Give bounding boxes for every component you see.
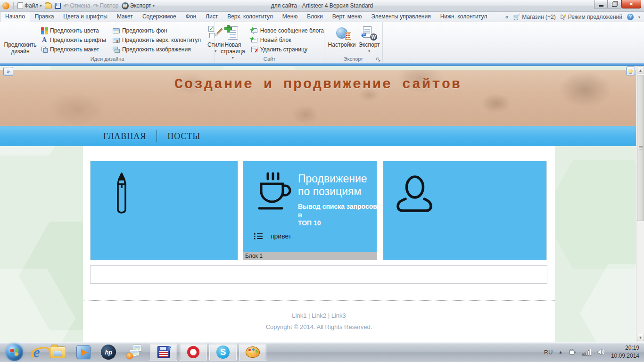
layout-icon	[41, 46, 48, 53]
tab-footer[interactable]: Нижн. колонтитул	[436, 12, 492, 22]
internet-explorer-icon[interactable]: e	[33, 345, 40, 359]
tab-controls[interactable]: Элементы управления	[366, 12, 435, 22]
group-export: Настройки ⇄W Экспорт ▾ Экспорт	[324, 22, 383, 63]
taskbar-app-floppy[interactable]: e	[150, 344, 177, 361]
site-nav-bar[interactable]: ГЛАВНАЯ ПОСТЫ	[0, 126, 636, 146]
undo-button[interactable]: ↶Отмена	[64, 2, 91, 9]
redo-icon: ↷	[93, 3, 99, 9]
tab-header[interactable]: Верх. колонтитул	[223, 12, 278, 22]
tab-layout[interactable]: Макет	[112, 12, 138, 22]
network-icon[interactable]	[582, 349, 591, 355]
floppy-e-icon: e	[157, 346, 170, 358]
redo-button[interactable]: ↷Повтор	[93, 2, 119, 9]
restore-button[interactable]	[608, 0, 621, 8]
suggestion-mode-button[interactable]: Режим предложений	[561, 14, 622, 20]
scrollbar-grip	[639, 146, 643, 150]
language-indicator[interactable]: RU	[544, 349, 553, 356]
tab-edit[interactable]: Правка	[30, 12, 59, 22]
tab-vertical-menu[interactable]: Верт. меню	[328, 12, 366, 22]
vertical-scrollbar[interactable]: ▲ ▼	[636, 66, 644, 342]
tab-background[interactable]: Фон	[181, 12, 201, 22]
settings-button[interactable]: Настройки	[327, 24, 356, 50]
card-promotion[interactable]: Продвижениепо позициям Вывод списка запр…	[243, 161, 377, 260]
site-title[interactable]: Создание и продвижение сайтов	[0, 76, 636, 92]
windows-explorer-icon[interactable]	[50, 346, 66, 358]
tab-home[interactable]: Начало	[0, 11, 30, 22]
delete-page-button[interactable]: ✗Удалить страницу	[251, 46, 324, 53]
list-item-text: привет	[271, 232, 291, 240]
chevron-down-icon[interactable]: ▾	[638, 15, 640, 19]
site-content-sheet[interactable]: Продвижениепо позициям Вывод списка запр…	[83, 146, 555, 342]
design-preview-canvas[interactable]: Создание и продвижение сайтов ГЛАВНАЯ ПО…	[0, 66, 644, 342]
lightbulb-icon	[628, 69, 633, 73]
hp-app-icon[interactable]: hp	[101, 345, 116, 360]
hidden-icons-button[interactable]: ▲	[559, 350, 563, 354]
block-selection-bar[interactable]: Блок 1	[243, 252, 377, 260]
app-logo-icon[interactable]	[2, 2, 9, 9]
new-page-label: Новая страница	[221, 42, 245, 55]
footer-links[interactable]: Link1 | Link2 | Link3	[83, 312, 555, 319]
store-label: Магазин (+2)	[522, 14, 555, 20]
empty-content-box[interactable]	[90, 265, 547, 284]
images-icon	[113, 46, 120, 53]
export-label: Экспорт	[130, 2, 151, 9]
scroll-down-button[interactable]: ▼	[637, 334, 644, 341]
new-block-button[interactable]: Новый блок	[251, 36, 324, 44]
nav-item-posts[interactable]: ПОСТЫ	[157, 132, 211, 141]
expand-panel-button[interactable]: »	[3, 67, 13, 76]
suggest-layout-button[interactable]: Предложить макет	[41, 46, 106, 53]
card-title[interactable]: Продвижениепо позициям	[298, 173, 367, 198]
export-wordpress-button[interactable]: WЭкспорт▾	[122, 2, 155, 9]
taskbar-app-artisteer[interactable]	[239, 344, 266, 361]
new-document-button[interactable]: Файл▾	[17, 2, 42, 9]
globe-settings-icon	[334, 25, 349, 41]
save-button[interactable]	[55, 3, 61, 9]
website-preview[interactable]: Создание и продвижение сайтов ГЛАВНАЯ ПО…	[0, 66, 636, 342]
export-button[interactable]: ⇄W Экспорт ▾	[356, 24, 382, 55]
scroll-up-button[interactable]: ▲	[637, 66, 644, 74]
suggest-background-button[interactable]: Предложить фон	[113, 27, 201, 34]
photo-viewer-icon[interactable]	[126, 345, 141, 359]
suggestion-bulb-button[interactable]	[626, 66, 635, 75]
new-page-button[interactable]: Новая страница ▾	[218, 24, 248, 61]
start-button[interactable]	[6, 344, 23, 361]
palette-icon	[246, 346, 260, 358]
new-blog-post-button[interactable]: Новое сообщение блога	[251, 27, 324, 34]
tab-blocks[interactable]: Блоки	[302, 12, 328, 22]
power-plug-icon[interactable]	[568, 348, 577, 356]
nav-item-home[interactable]: ГЛАВНАЯ	[93, 132, 157, 141]
card-list-item[interactable]: привет	[254, 232, 291, 240]
site-header-image[interactable]: Создание и продвижение сайтов	[0, 70, 636, 126]
card-subtitle[interactable]: Вывод списка запросов вТОП 10	[298, 203, 381, 228]
tab-content[interactable]: Содержимое	[138, 12, 181, 22]
media-player-icon[interactable]	[76, 345, 91, 359]
open-button[interactable]	[45, 3, 52, 8]
suggest-fonts-button[interactable]: АПредложить шрифты	[41, 36, 106, 44]
collapse-tabs-button[interactable]: «	[505, 14, 509, 20]
scrollbar-thumb[interactable]	[637, 75, 644, 221]
help-icon[interactable]: ?	[627, 14, 634, 20]
taskbar-app-skype[interactable]: S	[209, 344, 237, 361]
minimize-button[interactable]	[594, 0, 608, 8]
block-icon	[251, 36, 258, 44]
ribbon: Предложить дизайн Предложить цвета АПред…	[0, 22, 644, 63]
tab-sheet[interactable]: Лист	[201, 12, 223, 22]
card-title-line2: по позициям	[298, 185, 361, 197]
card-person[interactable]	[383, 161, 547, 260]
ribbon-tab-bar: Начало Правка Цвета и шрифты Макет Содер…	[0, 12, 644, 22]
suggest-design-button[interactable]: Предложить дизайн	[3, 24, 38, 57]
taskbar-clock[interactable]: 20:19 10.09.2014	[611, 344, 639, 361]
taskbar-app-opera[interactable]	[180, 344, 207, 361]
tab-colors-fonts[interactable]: Цвета и шрифты	[58, 12, 112, 22]
store-button[interactable]: 🛒Магазин (+2)	[513, 14, 555, 20]
suggest-colors-button[interactable]: Предложить цвета	[41, 27, 106, 34]
list-icon	[254, 232, 263, 240]
volume-icon[interactable]	[597, 348, 605, 356]
card-pen[interactable]	[90, 161, 238, 260]
suggest-header-button[interactable]: Предложить верх. колонтитул	[113, 36, 201, 44]
tab-menu[interactable]: Меню	[278, 12, 302, 22]
lightbulb-icon	[13, 25, 28, 41]
suggest-images-button[interactable]: Предложить изображения	[113, 46, 201, 53]
close-button[interactable]: ✕	[621, 0, 641, 8]
dialog-launcher-icon[interactable]	[376, 57, 381, 62]
